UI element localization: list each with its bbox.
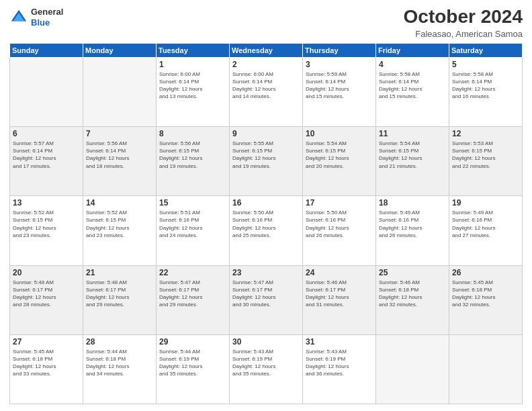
day-number: 8	[159, 129, 226, 138]
day-info: Sunrise: 5:54 AM Sunset: 6:15 PM Dayligh…	[379, 140, 446, 170]
table-row: 25Sunrise: 5:46 AM Sunset: 6:18 PM Dayli…	[376, 265, 449, 334]
day-info: Sunrise: 5:54 AM Sunset: 6:15 PM Dayligh…	[306, 140, 373, 170]
page-title: October 2024	[404, 7, 523, 28]
table-row: 7Sunrise: 5:56 AM Sunset: 6:14 PM Daylig…	[83, 127, 157, 196]
day-info: Sunrise: 5:53 AM Sunset: 6:15 PM Dayligh…	[452, 140, 519, 170]
calendar: Sunday Monday Tuesday Wednesday Thursday…	[9, 43, 523, 404]
logo-blue: Blue	[31, 17, 63, 28]
table-row: 9Sunrise: 5:55 AM Sunset: 6:15 PM Daylig…	[230, 127, 303, 196]
page-subtitle: Faleasao, American Samoa	[404, 29, 523, 39]
table-row: 28Sunrise: 5:44 AM Sunset: 6:18 PM Dayli…	[83, 334, 157, 404]
day-number: 26	[452, 268, 519, 277]
header: General Blue October 2024 Faleasao, Amer…	[9, 7, 523, 39]
table-row: 30Sunrise: 5:43 AM Sunset: 6:19 PM Dayli…	[230, 334, 303, 404]
col-saturday: Saturday	[449, 43, 523, 57]
day-number: 15	[159, 198, 226, 208]
day-number: 6	[13, 129, 80, 138]
day-number: 19	[452, 198, 519, 208]
day-info: Sunrise: 5:49 AM Sunset: 6:16 PM Dayligh…	[379, 209, 446, 239]
day-number: 30	[232, 337, 300, 347]
table-row	[376, 334, 449, 404]
col-friday: Friday	[376, 43, 449, 57]
day-number: 25	[379, 268, 446, 277]
day-info: Sunrise: 5:50 AM Sunset: 6:16 PM Dayligh…	[232, 209, 300, 239]
day-info: Sunrise: 6:00 AM Sunset: 6:14 PM Dayligh…	[232, 71, 300, 101]
day-number: 29	[159, 337, 226, 347]
table-row	[83, 57, 157, 126]
day-number: 21	[86, 268, 153, 277]
table-row: 10Sunrise: 5:54 AM Sunset: 6:15 PM Dayli…	[303, 127, 376, 196]
table-row: 13Sunrise: 5:52 AM Sunset: 6:15 PM Dayli…	[10, 196, 83, 265]
day-info: Sunrise: 5:44 AM Sunset: 6:18 PM Dayligh…	[86, 348, 153, 378]
day-number: 7	[86, 129, 153, 138]
table-row: 20Sunrise: 5:48 AM Sunset: 6:17 PM Dayli…	[10, 265, 83, 334]
day-info: Sunrise: 5:52 AM Sunset: 6:15 PM Dayligh…	[86, 209, 153, 239]
col-sunday: Sunday	[10, 43, 83, 57]
day-info: Sunrise: 5:45 AM Sunset: 6:18 PM Dayligh…	[452, 279, 519, 309]
day-number: 22	[159, 268, 226, 277]
day-number: 18	[379, 198, 446, 208]
day-info: Sunrise: 5:58 AM Sunset: 6:14 PM Dayligh…	[452, 71, 519, 101]
day-info: Sunrise: 5:47 AM Sunset: 6:17 PM Dayligh…	[232, 279, 300, 309]
day-number: 4	[379, 60, 446, 69]
day-number: 3	[306, 60, 373, 69]
day-number: 14	[86, 198, 153, 208]
day-info: Sunrise: 5:43 AM Sunset: 6:19 PM Dayligh…	[232, 348, 300, 378]
table-row: 19Sunrise: 5:49 AM Sunset: 6:16 PM Dayli…	[449, 196, 523, 265]
calendar-header-row: Sunday Monday Tuesday Wednesday Thursday…	[10, 43, 523, 57]
table-row: 22Sunrise: 5:47 AM Sunset: 6:17 PM Dayli…	[157, 265, 230, 334]
table-row: 21Sunrise: 5:48 AM Sunset: 6:17 PM Dayli…	[83, 265, 157, 334]
table-row: 1Sunrise: 6:00 AM Sunset: 6:14 PM Daylig…	[157, 57, 230, 126]
table-row: 26Sunrise: 5:45 AM Sunset: 6:18 PM Dayli…	[449, 265, 523, 334]
title-block: October 2024 Faleasao, American Samoa	[404, 7, 523, 39]
day-info: Sunrise: 6:00 AM Sunset: 6:14 PM Dayligh…	[159, 71, 226, 101]
day-info: Sunrise: 5:47 AM Sunset: 6:17 PM Dayligh…	[159, 279, 226, 309]
table-row: 11Sunrise: 5:54 AM Sunset: 6:15 PM Dayli…	[376, 127, 449, 196]
col-tuesday: Tuesday	[157, 43, 230, 57]
table-row: 15Sunrise: 5:51 AM Sunset: 6:16 PM Dayli…	[157, 196, 230, 265]
day-info: Sunrise: 5:58 AM Sunset: 6:14 PM Dayligh…	[379, 71, 446, 101]
table-row: 12Sunrise: 5:53 AM Sunset: 6:15 PM Dayli…	[449, 127, 523, 196]
table-row: 27Sunrise: 5:45 AM Sunset: 6:18 PM Dayli…	[10, 334, 83, 404]
logo-general: General	[31, 7, 63, 17]
table-row: 2Sunrise: 6:00 AM Sunset: 6:14 PM Daylig…	[230, 57, 303, 126]
day-number: 16	[232, 198, 300, 208]
day-number: 12	[452, 129, 519, 138]
day-info: Sunrise: 5:57 AM Sunset: 6:14 PM Dayligh…	[13, 140, 80, 170]
day-number: 24	[306, 268, 373, 277]
table-row: 4Sunrise: 5:58 AM Sunset: 6:14 PM Daylig…	[376, 57, 449, 126]
logo-text: General Blue	[31, 7, 63, 28]
day-info: Sunrise: 5:52 AM Sunset: 6:15 PM Dayligh…	[13, 209, 80, 239]
day-number: 9	[232, 129, 300, 138]
day-number: 5	[452, 60, 519, 69]
calendar-week-row: 13Sunrise: 5:52 AM Sunset: 6:15 PM Dayli…	[10, 196, 523, 265]
col-thursday: Thursday	[303, 43, 376, 57]
calendar-week-row: 1Sunrise: 6:00 AM Sunset: 6:14 PM Daylig…	[10, 57, 523, 126]
day-info: Sunrise: 5:55 AM Sunset: 6:15 PM Dayligh…	[232, 140, 300, 170]
table-row	[449, 334, 523, 404]
table-row: 5Sunrise: 5:58 AM Sunset: 6:14 PM Daylig…	[449, 57, 523, 126]
table-row: 31Sunrise: 5:43 AM Sunset: 6:19 PM Dayli…	[303, 334, 376, 404]
col-monday: Monday	[83, 43, 157, 57]
day-info: Sunrise: 5:59 AM Sunset: 6:14 PM Dayligh…	[306, 71, 373, 101]
day-number: 23	[232, 268, 300, 277]
day-number: 17	[306, 198, 373, 208]
day-info: Sunrise: 5:45 AM Sunset: 6:18 PM Dayligh…	[13, 348, 80, 378]
day-info: Sunrise: 5:51 AM Sunset: 6:16 PM Dayligh…	[159, 209, 226, 239]
day-info: Sunrise: 5:50 AM Sunset: 6:16 PM Dayligh…	[306, 209, 373, 239]
day-info: Sunrise: 5:56 AM Sunset: 6:14 PM Dayligh…	[86, 140, 153, 170]
col-wednesday: Wednesday	[230, 43, 303, 57]
table-row: 16Sunrise: 5:50 AM Sunset: 6:16 PM Dayli…	[230, 196, 303, 265]
table-row: 8Sunrise: 5:56 AM Sunset: 6:15 PM Daylig…	[157, 127, 230, 196]
day-info: Sunrise: 5:46 AM Sunset: 6:17 PM Dayligh…	[306, 279, 373, 309]
table-row: 24Sunrise: 5:46 AM Sunset: 6:17 PM Dayli…	[303, 265, 376, 334]
day-info: Sunrise: 5:56 AM Sunset: 6:15 PM Dayligh…	[159, 140, 226, 170]
day-info: Sunrise: 5:43 AM Sunset: 6:19 PM Dayligh…	[306, 348, 373, 378]
table-row: 18Sunrise: 5:49 AM Sunset: 6:16 PM Dayli…	[376, 196, 449, 265]
table-row: 3Sunrise: 5:59 AM Sunset: 6:14 PM Daylig…	[303, 57, 376, 126]
day-number: 28	[86, 337, 153, 347]
day-info: Sunrise: 5:44 AM Sunset: 6:19 PM Dayligh…	[159, 348, 226, 378]
calendar-week-row: 20Sunrise: 5:48 AM Sunset: 6:17 PM Dayli…	[10, 265, 523, 334]
logo: General Blue	[9, 7, 63, 28]
day-info: Sunrise: 5:49 AM Sunset: 6:16 PM Dayligh…	[452, 209, 519, 239]
